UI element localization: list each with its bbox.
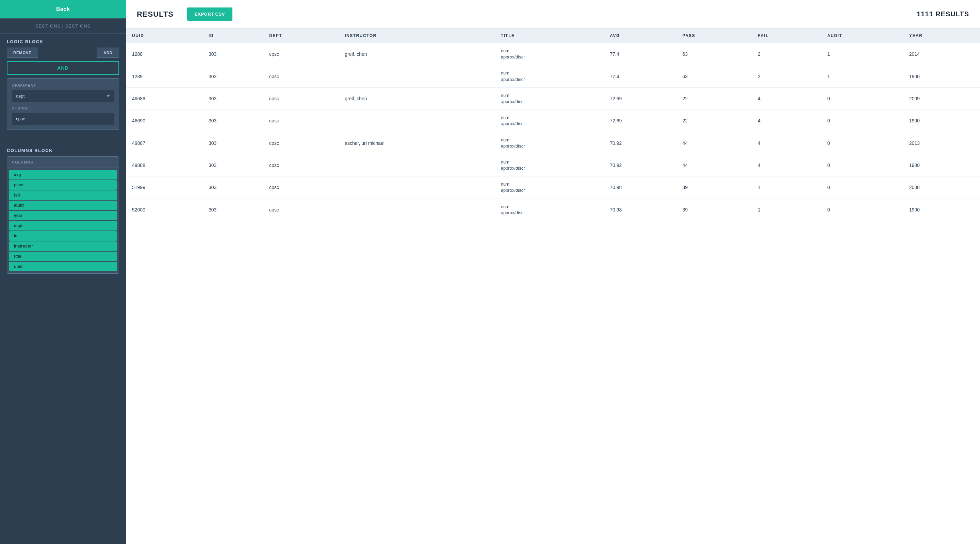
column-item-title[interactable]: title: [9, 252, 117, 261]
td-dept: cpsc: [263, 87, 339, 109]
td-avg: 77.4: [604, 65, 676, 87]
td-title: numapprox/discr: [495, 87, 604, 109]
td-instructor: [339, 110, 495, 132]
columns-block-container: COLUMNS avgpassfailaudityeardeptidinstru…: [0, 156, 126, 279]
td-uuid: 51999: [126, 176, 202, 198]
td-instructor: greif, chen: [339, 87, 495, 109]
column-item-year[interactable]: year: [9, 211, 117, 220]
td-uuid: 46689: [126, 87, 202, 109]
td-id: 303: [202, 154, 263, 176]
table-row: 52000303cpscnumapprox/discr70.9839101900: [126, 198, 980, 220]
remove-button[interactable]: REMOVE: [7, 48, 38, 58]
table-header: UUIDIDDEPTINSTRUCTORTITLEAVGPASSFAILAUDI…: [126, 29, 980, 43]
td-year: 1900: [903, 110, 980, 132]
td-avg: 70.92: [604, 154, 676, 176]
td-year: 2013: [903, 132, 980, 154]
table-row: 1289303cpscnumapprox/discr77.463211900: [126, 65, 980, 87]
results-table: UUIDIDDEPTINSTRUCTORTITLEAVGPASSFAILAUDI…: [126, 29, 980, 221]
results-title: RESULTS: [137, 10, 173, 19]
td-uuid: 49888: [126, 154, 202, 176]
td-audit: 0: [821, 87, 903, 109]
td-dept: cpsc: [263, 198, 339, 220]
table-row: 1288303cpscgreif, chennumapprox/discr77.…: [126, 43, 980, 65]
td-pass: 39: [676, 198, 752, 220]
td-id: 303: [202, 65, 263, 87]
td-instructor: [339, 198, 495, 220]
td-audit: 0: [821, 110, 903, 132]
td-year: 2014: [903, 43, 980, 65]
argument-label: ARGUMENT: [12, 83, 114, 87]
column-item-instructor[interactable]: instructor: [9, 241, 117, 251]
string-input[interactable]: [12, 113, 114, 125]
td-dept: cpsc: [263, 110, 339, 132]
main-content: RESULTS EXPORT CSV 1111 RESULTS UUIDIDDE…: [126, 0, 980, 544]
td-instructor: [339, 176, 495, 198]
sections-sub: SECTIONS: [65, 24, 91, 29]
td-avg: 70.98: [604, 198, 676, 220]
td-fail: 2: [752, 65, 821, 87]
td-avg: 72.69: [604, 110, 676, 132]
td-instructor: [339, 65, 495, 87]
th-audit: AUDIT: [821, 29, 903, 43]
td-title: numapprox/discr: [495, 43, 604, 65]
logic-block-label: LOGIC BLOCK: [0, 34, 126, 48]
th-fail: FAIL: [752, 29, 821, 43]
td-id: 303: [202, 43, 263, 65]
td-dept: cpsc: [263, 176, 339, 198]
results-header: RESULTS EXPORT CSV 1111 RESULTS: [126, 0, 980, 29]
th-avg: AVG: [604, 29, 676, 43]
table-row: 46690303cpscnumapprox/discr72.6922401900: [126, 110, 980, 132]
column-item-uuid[interactable]: uuid: [9, 262, 117, 271]
td-audit: 1: [821, 65, 903, 87]
column-item-avg[interactable]: avg: [9, 170, 117, 179]
argument-select[interactable]: dept id instructor title avg pass fail a…: [12, 90, 114, 102]
string-label: STRING: [12, 106, 114, 110]
column-item-dept[interactable]: dept: [9, 221, 117, 230]
columns-inner-label: COLUMNS: [7, 156, 119, 168]
column-item-audit[interactable]: audit: [9, 201, 117, 210]
td-title: numapprox/discr: [495, 132, 604, 154]
td-dept: cpsc: [263, 132, 339, 154]
td-audit: 0: [821, 176, 903, 198]
column-item-fail[interactable]: fail: [9, 190, 117, 200]
sections-header: SECTIONS | SECTIONS: [0, 19, 126, 34]
td-avg: 70.98: [604, 176, 676, 198]
remove-add-row: REMOVE ADD: [7, 48, 119, 58]
td-id: 303: [202, 87, 263, 109]
td-year: 1900: [903, 65, 980, 87]
td-pass: 63: [676, 65, 752, 87]
td-dept: cpsc: [263, 154, 339, 176]
td-uuid: 46690: [126, 110, 202, 132]
td-pass: 22: [676, 110, 752, 132]
td-audit: 0: [821, 198, 903, 220]
td-uuid: 52000: [126, 198, 202, 220]
td-pass: 39: [676, 176, 752, 198]
td-audit: 0: [821, 154, 903, 176]
columns-list: avgpassfailaudityeardeptidinstructortitl…: [7, 168, 119, 274]
column-item-id[interactable]: id: [9, 231, 117, 241]
export-csv-button[interactable]: EXPORT CSV: [187, 8, 232, 21]
td-instructor: ascher, uri michael: [339, 132, 495, 154]
td-avg: 70.92: [604, 132, 676, 154]
sidebar: Back SECTIONS | SECTIONS LOGIC BLOCK REM…: [0, 0, 126, 544]
sidebar-divider-middle: [7, 139, 119, 139]
td-fail: 1: [752, 198, 821, 220]
td-uuid: 49887: [126, 132, 202, 154]
td-year: 2009: [903, 87, 980, 109]
logic-block-container: REMOVE ADD AND ARGUMENT dept id instruct…: [0, 48, 126, 135]
td-fail: 4: [752, 110, 821, 132]
td-fail: 2: [752, 43, 821, 65]
table-row: 49888303cpscnumapprox/discr70.9244401900: [126, 154, 980, 176]
column-item-pass[interactable]: pass: [9, 180, 117, 190]
table-body: 1288303cpscgreif, chennumapprox/discr77.…: [126, 43, 980, 221]
td-year: 1900: [903, 198, 980, 220]
td-year: 2008: [903, 176, 980, 198]
th-id: ID: [202, 29, 263, 43]
td-fail: 4: [752, 154, 821, 176]
back-button[interactable]: Back: [0, 0, 126, 18]
add-button[interactable]: ADD: [97, 48, 119, 58]
and-button[interactable]: AND: [7, 61, 119, 75]
table-row: 49887303cpscascher, uri michaelnumapprox…: [126, 132, 980, 154]
th-uuid: UUID: [126, 29, 202, 43]
td-year: 1900: [903, 154, 980, 176]
